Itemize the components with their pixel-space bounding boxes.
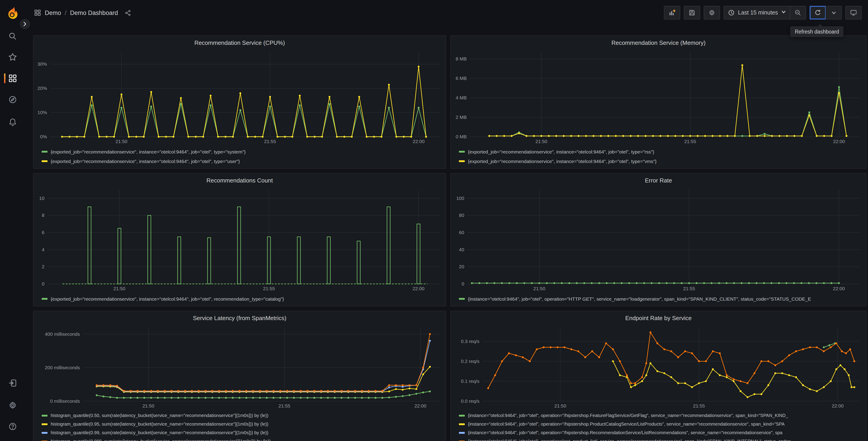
legend: {instance="otelcol:9464", job="otel", op… [454, 410, 863, 441]
svg-text:21:55: 21:55 [693, 403, 705, 408]
bell-icon [8, 118, 17, 127]
legend-item[interactable]: histogram_quantile(0.999, sum(rate(laten… [42, 437, 442, 441]
add-panel-icon [669, 9, 676, 16]
svg-text:21:55: 21:55 [279, 403, 290, 408]
svg-text:100: 100 [456, 196, 464, 201]
svg-text:2: 2 [42, 264, 44, 269]
sidebar-item-explore[interactable] [0, 91, 25, 108]
legend-item[interactable]: {exported_job="recommendationservice", i… [459, 147, 863, 156]
panel-title[interactable]: Error Rate [454, 176, 863, 186]
svg-text:22:00: 22:00 [414, 403, 427, 408]
chart-service-latency[interactable]: 0 milliseconds200 milliseconds400 millis… [37, 324, 442, 410]
breadcrumb-dashboard-title[interactable]: Demo Dashboard [70, 9, 118, 16]
svg-text:0: 0 [42, 281, 44, 286]
svg-text:22:00: 22:00 [412, 286, 425, 291]
svg-text:10: 10 [39, 196, 44, 201]
legend-label: histogram_quantile(0.50, sum(rate(latenc… [51, 413, 268, 418]
sidebar-item-alerting[interactable] [0, 114, 25, 130]
main-area: Demo / Demo Dashboard [25, 0, 868, 441]
breadcrumb-folder[interactable]: Demo [45, 9, 61, 16]
sidebar-item-starred[interactable] [0, 49, 25, 65]
panel-endpoint-rate: Endpoint Rate by Service 0.0 req/s0.1 re… [450, 311, 867, 441]
svg-text:21:55: 21:55 [264, 139, 276, 144]
sidebar-item-search[interactable] [0, 28, 25, 45]
panel-title[interactable]: Service Latency (from SpanMetrics) [37, 314, 442, 324]
svg-text:0.3 req/s: 0.3 req/s [461, 339, 479, 344]
legend-item[interactable]: histogram_quantile(0.95, sum(rate(latenc… [42, 420, 442, 428]
legend: {exported_job="recommendationservice", i… [454, 146, 863, 166]
panel-title[interactable]: Recommendations Count [37, 176, 442, 186]
refresh-controls [810, 6, 842, 20]
svg-text:4: 4 [42, 247, 44, 252]
chart-error-rate[interactable]: 02040608010021:5021:5522:00 [454, 186, 863, 293]
breadcrumb: Demo / Demo Dashboard [34, 9, 131, 16]
legend-label: {instance="otelcol:9464", job="otel", op… [468, 296, 811, 301]
legend-item[interactable]: {exported_job="recommendationservice", i… [42, 147, 442, 156]
legend-swatch [42, 432, 48, 434]
dashboard-settings-button[interactable] [704, 6, 720, 20]
svg-text:21:50: 21:50 [533, 286, 545, 291]
chart-recommendation-cpu[interactable]: 0%10%20%30%21:5021:5522:00 [37, 49, 442, 146]
save-icon [688, 9, 695, 16]
chart-recommendations-count[interactable]: 024681021:5021:5522:00 [37, 186, 442, 293]
legend-item[interactable]: {exported_job="recommendationservice", i… [459, 156, 863, 166]
chart-recommendation-memory[interactable]: 0 MB2 MB4 MB6 MB8 MB21:5021:5522:00 [454, 49, 863, 146]
time-range-picker[interactable]: Last 15 minutes [724, 6, 790, 20]
sidebar-expand-button[interactable] [20, 19, 30, 29]
share-dashboard-button[interactable] [124, 9, 131, 16]
legend-label: {instance="otelcol:9464", job="otel", op… [468, 439, 791, 441]
legend-label: {exported_job="recommendationservice", i… [468, 158, 657, 164]
panel-recommendation-memory: Recommendation Service (Memory) 0 MB2 MB… [450, 35, 867, 169]
sidebar-item-sign-in[interactable] [0, 375, 25, 391]
zoom-out-time-button[interactable] [790, 6, 806, 20]
legend-item[interactable]: {instance="otelcol:9464", job="otel", op… [459, 420, 863, 428]
legend: {exported_job="recommendationservice", i… [37, 293, 442, 303]
svg-text:0.2 req/s: 0.2 req/s [461, 359, 479, 364]
svg-text:20%: 20% [37, 86, 47, 91]
svg-text:40: 40 [459, 247, 464, 252]
legend-item[interactable]: histogram_quantile(0.99, sum(rate(latenc… [42, 428, 442, 437]
grafana-app: Demo / Demo Dashboard [0, 0, 868, 441]
refresh-interval-dropdown[interactable] [826, 6, 842, 20]
legend-label: histogram_quantile(0.999, sum(rate(laten… [51, 439, 271, 441]
panel-title[interactable]: Endpoint Rate by Service [454, 314, 863, 324]
legend-swatch [42, 414, 48, 416]
legend-item[interactable]: {instance="otelcol:9464", job="otel", op… [459, 437, 863, 441]
sidebar [0, 0, 25, 441]
legend-label: {instance="otelcol:9464", job="otel", op… [468, 430, 782, 435]
dashboard-header: Demo / Demo Dashboard [25, 0, 868, 25]
time-range-label: Last 15 minutes [738, 9, 778, 16]
chart-endpoint-rate[interactable]: 0.0 req/s0.1 req/s0.2 req/s0.3 req/s21:5… [454, 324, 863, 410]
legend-label: {instance="otelcol:9464", job="otel", op… [468, 413, 788, 418]
legend-item[interactable]: {instance="otelcol:9464", job="otel", op… [459, 294, 863, 303]
legend-item[interactable]: {exported_job="recommendationservice", i… [42, 156, 442, 166]
sidebar-item-server-admin[interactable] [0, 397, 25, 413]
legend-item[interactable]: {exported_job="recommendationservice", i… [42, 294, 442, 303]
save-dashboard-button[interactable] [684, 6, 700, 20]
legend-item[interactable]: histogram_quantile(0.50, sum(rate(latenc… [42, 411, 442, 420]
svg-text:0%: 0% [40, 134, 47, 139]
dashboard-grid: Recommendation Service (CPU%) 0%10%20%30… [33, 35, 868, 441]
svg-text:21:55: 21:55 [683, 286, 695, 291]
refresh-dashboard-button[interactable] [810, 6, 826, 20]
svg-text:21:50: 21:50 [554, 403, 566, 408]
grafana-logo[interactable] [5, 6, 20, 21]
sidebar-item-help[interactable] [0, 418, 25, 435]
svg-text:10%: 10% [37, 110, 47, 115]
legend-label: {instance="otelcol:9464", job="otel", op… [468, 421, 784, 427]
svg-text:60: 60 [459, 230, 464, 235]
monitor-icon [850, 9, 857, 16]
cycle-view-mode-button[interactable] [845, 6, 862, 20]
svg-text:400 milliseconds: 400 milliseconds [45, 331, 80, 336]
panel-title[interactable]: Recommendation Service (CPU%) [37, 38, 442, 49]
sidebar-item-dashboards[interactable] [0, 70, 25, 86]
add-panel-button[interactable] [664, 6, 680, 20]
tooltip-arrow [817, 24, 823, 27]
svg-text:22:00: 22:00 [833, 139, 845, 144]
legend-label: {exported_job="recommendationservice", i… [51, 296, 284, 301]
panel-title[interactable]: Recommendation Service (Memory) [454, 38, 863, 49]
star-icon [8, 53, 17, 62]
clock-icon [728, 9, 735, 16]
legend-item[interactable]: {instance="otelcol:9464", job="otel", op… [459, 411, 863, 420]
legend-item[interactable]: {instance="otelcol:9464", job="otel", op… [459, 428, 863, 437]
